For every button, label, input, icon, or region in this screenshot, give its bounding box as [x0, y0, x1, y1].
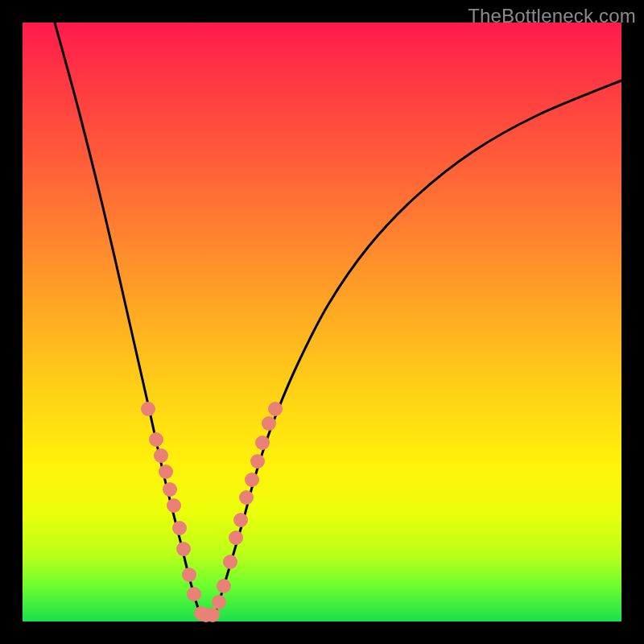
marker-dot: [182, 568, 196, 582]
marker-dot: [245, 473, 259, 487]
chart-frame: TheBottleneck.com: [0, 0, 644, 644]
marker-dot: [250, 454, 265, 469]
bottleneck-curve: [55, 23, 621, 617]
curve-svg: [23, 23, 621, 621]
marker-dot: [205, 608, 220, 622]
marker-dot: [212, 595, 226, 609]
marker-dot: [233, 513, 248, 527]
marker-dot: [141, 402, 155, 416]
marker-dot: [229, 530, 243, 545]
marker-dot: [217, 579, 231, 593]
plot-area: [23, 23, 621, 621]
marker-dot: [223, 555, 237, 569]
marker-dot: [255, 436, 270, 450]
marker-dot: [149, 432, 163, 447]
marker-dot: [239, 490, 254, 505]
marker-dot: [268, 402, 283, 416]
marker-dot: [176, 542, 191, 556]
marker-dot: [167, 498, 181, 513]
marker-dot: [172, 521, 187, 535]
data-markers: [141, 402, 283, 622]
marker-dot: [262, 416, 276, 431]
marker-dot: [187, 587, 201, 601]
marker-dot: [154, 448, 168, 463]
marker-dot: [159, 464, 173, 479]
marker-dot: [163, 482, 177, 497]
watermark-text: TheBottleneck.com: [468, 5, 636, 27]
